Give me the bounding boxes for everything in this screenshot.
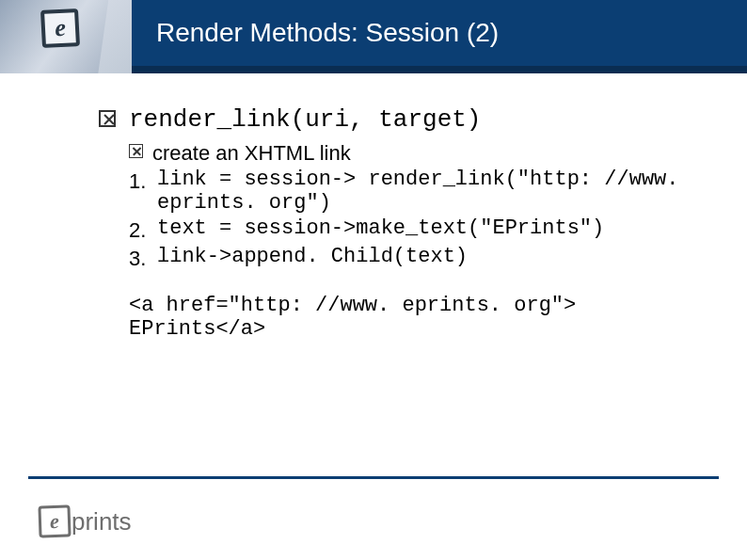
eprints-logo-icon: e	[38, 504, 71, 537]
sub-list: create an XHTML link 1. link = session->…	[129, 141, 691, 271]
step-number: 2.	[129, 218, 150, 243]
output-line: <a href="http: //www. eprints. org">	[129, 294, 691, 317]
step-code: link = session-> render_link("http: //ww…	[157, 168, 691, 215]
step-item: 3. link->append. Child(text)	[129, 245, 691, 271]
footer-logo: e prints	[38, 505, 132, 537]
sub-bullet: create an XHTML link	[129, 141, 691, 166]
sub-description: create an XHTML link	[152, 141, 351, 166]
checkbox-icon	[129, 144, 143, 158]
slide: e Render Methods: Session (2) render_lin…	[0, 0, 747, 560]
step-number: 3.	[129, 247, 150, 271]
step-code: text = session->make_text("EPrints")	[157, 216, 604, 240]
slide-title: Render Methods: Session (2)	[156, 18, 499, 48]
step-item: 1. link = session-> render_link("http: /…	[129, 168, 691, 215]
step-code: link->append. Child(text)	[157, 245, 468, 268]
footer-brand: prints	[72, 507, 132, 536]
slide-header: e Render Methods: Session (2)	[0, 0, 747, 73]
step-item: 2. text = session->make_text("EPrints")	[129, 216, 691, 243]
checkbox-icon	[99, 110, 116, 127]
output-snippet: <a href="http: //www. eprints. org"> EPr…	[129, 294, 691, 341]
step-number: 1.	[129, 169, 150, 194]
header-thumbnail: e	[0, 0, 132, 73]
function-signature: render_link(uri, target)	[129, 105, 481, 134]
eprints-badge-icon: e	[40, 8, 80, 48]
title-bar: Render Methods: Session (2)	[132, 0, 747, 73]
output-line: EPrints</a>	[129, 317, 691, 341]
slide-content: render_link(uri, target) create an XHTML…	[99, 105, 691, 341]
footer-divider	[28, 476, 719, 479]
main-bullet: render_link(uri, target)	[99, 105, 691, 134]
